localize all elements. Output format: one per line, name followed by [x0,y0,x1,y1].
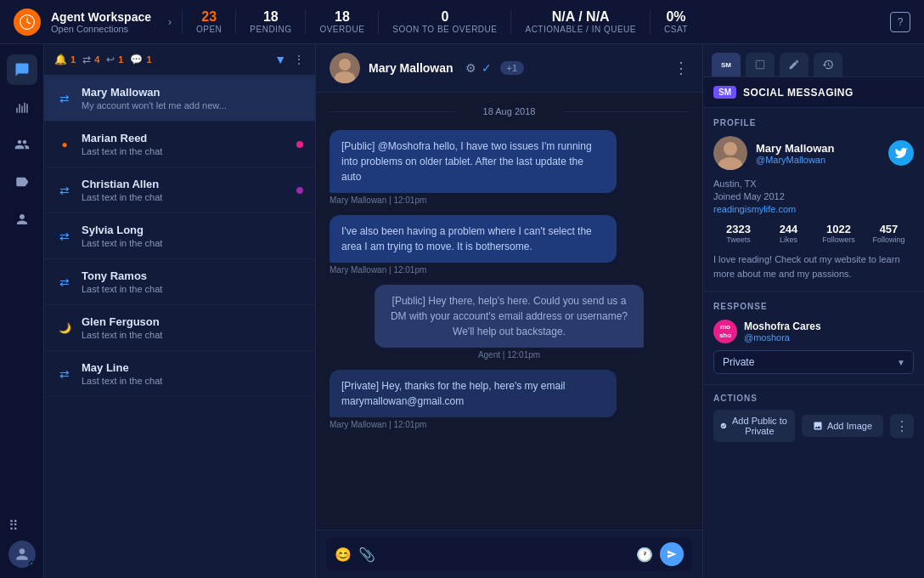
conv-preview: Last text in the chat [82,376,303,386]
stat-pending-label: PENDING [250,25,291,34]
nav-dots[interactable]: ⠿ [8,518,36,534]
msg-text: I've also been having a problem where I … [341,225,592,252]
bell-icon: 🔔 [54,54,67,65]
help-button[interactable]: ? [890,12,910,32]
svg-point-2 [339,59,351,71]
response-section: RESPONSE mosho Moshofra Cares @moshora P… [703,292,924,385]
tab-history[interactable] [814,53,842,76]
conv-icon-wrap: ⇄ [56,184,73,197]
emoji-button[interactable]: 😊 [335,547,352,563]
likes-label: Likes [763,235,814,244]
transfer-icon: ⇄ [59,275,70,289]
actions-title: ACTIONS [713,394,914,403]
stat-pending-num: 18 [263,9,279,25]
transfer-icon: ⇄ [82,54,91,65]
filter-button[interactable]: ▼ [274,53,286,66]
reply-icon: ↩ [106,54,115,65]
check-icon[interactable]: ✓ [482,61,492,75]
conv-name: Christian Allen [82,178,288,190]
filter-transfers: ⇄ 4 [82,54,99,65]
chat-panel: Mary Mallowan ⚙ ✓ +1 ⋮ 18 Aug 2018 [Publ… [316,44,703,578]
stat-soon-label: SOON TO BE OVERDUE [392,25,497,34]
conv-preview: Last text in the chat [82,238,303,248]
attach-button[interactable]: 📎 [358,547,375,563]
clock-button[interactable]: 🕐 [636,547,653,563]
tab-social-messaging[interactable]: SM [712,53,741,76]
unread-dot [296,187,303,194]
conv-preview: Last text in the chat [82,330,303,340]
conv-item-mary-mallowan[interactable]: ⇄ Mary Mallowan My account won't let me … [44,76,315,122]
conv-item-sylvia-long[interactable]: ⇄ Sylvia Long Last text in the chat [44,213,315,259]
conv-item-christian-allen[interactable]: ⇄ Christian Allen Last text in the chat [44,167,315,213]
top-header: Agent Workspace Open Connections › 23 OP… [0,0,924,44]
profile-section: PROFILE Mary Mallowan @MaryMallowan [703,108,924,292]
conv-preview: Last text in the chat [82,284,303,294]
sm-header: SM SOCIAL MESSAGING [703,77,924,108]
add-public-to-private-button[interactable]: Add Public to Private [713,410,795,442]
tab-edit[interactable] [780,53,808,76]
conv-name: Mary Mallowan [82,86,303,99]
conv-item-may-line[interactable]: ⇄ May Line Last text in the chat [44,351,315,397]
conv-item-marian-reed[interactable]: ● Marian Reed Last text in the chat [44,122,315,167]
stat-csat: 0% CSAT [650,9,701,34]
msg-icon: 💬 [130,54,143,65]
chat-messages: 18 Aug 2018 [Public] @Moshofra hello, I … [316,93,702,530]
tab-details[interactable] [746,53,775,76]
nav-tags[interactable] [7,167,37,197]
add-image-button[interactable]: Add Image [802,415,883,437]
chat-input[interactable] [382,548,629,561]
profile-stats: 2323 Tweets 244 Likes 1022 Followers 457… [713,223,914,244]
conv-header: 🔔 1 ⇄ 4 ↩ 1 💬 1 ▼ ⋮ [44,44,315,76]
response-agent-handle: @moshora [744,332,821,343]
nav-chat[interactable] [7,54,37,85]
conv-icon-wrap: 🌙 [56,322,73,334]
stat-overdue-num: 18 [335,9,350,25]
send-button[interactable] [660,542,684,566]
nav-profile[interactable] [7,204,37,235]
msg-bubble-user: I've also been having a problem where I … [330,215,617,263]
filter-replies: ↩ 1 [106,54,123,65]
profile-website[interactable]: readingismylife.com [713,204,914,214]
following-label: Following [864,235,914,244]
chat-badge: +1 [500,61,525,75]
app-subtitle: Open Connections [51,24,151,34]
sm-badge: SM [713,86,736,99]
settings-icon[interactable]: ⚙ [465,61,476,75]
chat-more-button[interactable]: ⋮ [673,59,689,77]
message-3: [Public] Hey there, help's here. Could y… [330,285,689,360]
more-button[interactable]: ⋮ [293,53,305,66]
twitter-icon[interactable] [888,140,914,166]
nav-analytics[interactable] [7,92,37,122]
conv-preview: Last text in the chat [82,192,288,202]
conv-content: Mary Mallowan My account won't let me ad… [82,86,303,110]
moon-icon: 🌙 [59,322,71,334]
conv-item-glen-ferguson[interactable]: 🌙 Glen Ferguson Last text in the chat [44,305,315,351]
response-type-select[interactable]: Private Public Internal [713,350,914,374]
nav-users[interactable] [7,129,37,160]
chat-input-area: 😊 📎 🕐 [316,530,702,578]
svg-point-5 [724,142,737,156]
likes-num: 244 [763,223,814,235]
stat-csat-label: CSAT [664,25,688,34]
followers-num: 1022 [814,223,864,235]
msg-text: [Public] Hey there, help's here. Could y… [391,295,628,337]
msg-text: [Private] Hey, thanks for the help, here… [341,380,566,407]
actions-row: Add Public to Private Add Image ⋮ [713,410,914,442]
conv-content: Tony Ramos Last text in the chat [82,269,303,294]
message-4: [Private] Hey, thanks for the help, here… [330,370,689,429]
response-title: RESPONSE [713,302,914,311]
conv-content: Glen Ferguson Last text in the chat [82,315,303,340]
app-logo [14,8,41,36]
response-select-wrap: Private Public Internal ▼ [713,350,914,374]
conv-item-tony-ramos[interactable]: ⇄ Tony Ramos Last text in the chat [44,259,315,305]
chat-input-row: 😊 📎 🕐 [326,537,692,571]
chat-contact-avatar [330,53,360,83]
profile-joined: Joined May 2012 [713,191,914,201]
btn1-label: Add Public to Private [731,416,788,436]
conv-name: Glen Ferguson [82,315,303,328]
actions-more-button[interactable]: ⋮ [890,414,914,438]
chat-header: Mary Mallowan ⚙ ✓ +1 ⋮ [316,44,702,93]
conv-icon-wrap: ⇄ [56,92,73,105]
filter-messages: 💬 1 [130,54,151,65]
nav-user-avatar[interactable] [8,541,36,568]
